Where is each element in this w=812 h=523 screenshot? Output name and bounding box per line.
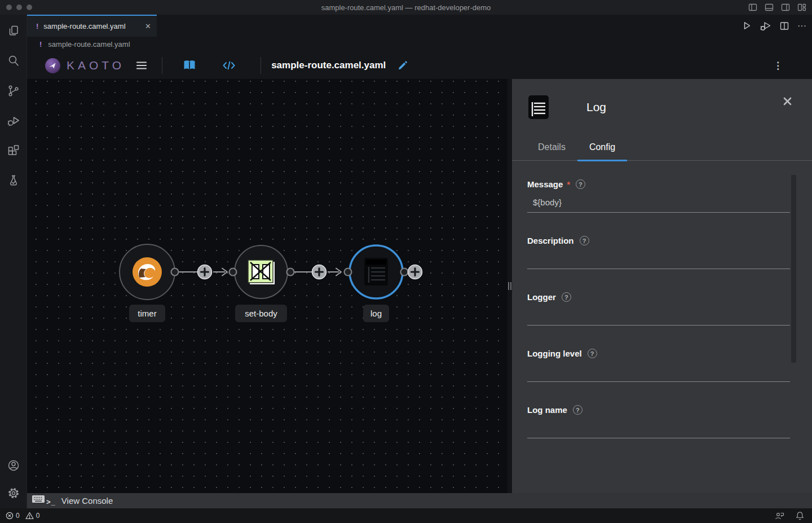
run-file-icon[interactable] xyxy=(742,21,752,30)
titlebar: sample-route.camel.yaml — redhat-develop… xyxy=(0,0,812,15)
kaoto-toolbar: KAOTO sample-route.camel.yaml ⋮ xyxy=(27,52,812,79)
help-icon[interactable]: ? xyxy=(580,236,589,245)
add-step-button[interactable] xyxy=(198,265,212,279)
drag-grip-icon xyxy=(508,282,511,290)
tab-label: sample-route.camel.yaml xyxy=(43,22,125,30)
toolbar-separator xyxy=(261,57,261,74)
panel-title: Log xyxy=(586,100,606,114)
view-console-label: View Console xyxy=(61,496,113,506)
field-label: Log name xyxy=(527,405,567,415)
source-code-icon[interactable] xyxy=(222,60,236,71)
field-logging-level: Logging level ? xyxy=(527,349,790,382)
connector-dot[interactable] xyxy=(345,269,352,276)
accounts-icon[interactable] xyxy=(6,458,21,473)
run-debug-icon[interactable] xyxy=(6,113,21,128)
node-label-set-body: set-body xyxy=(245,309,277,318)
minimize-window-button[interactable] xyxy=(16,5,22,10)
close-window-button[interactable] xyxy=(6,5,12,10)
problems-indicator[interactable]: 0 0 xyxy=(6,512,39,520)
set-body-icon xyxy=(248,260,275,284)
help-icon[interactable]: ? xyxy=(576,179,585,189)
logger-input[interactable] xyxy=(527,306,790,326)
tab-config[interactable]: Config xyxy=(577,139,627,161)
help-icon[interactable]: ? xyxy=(562,292,571,302)
extensions-icon[interactable] xyxy=(6,143,21,158)
split-editor-icon[interactable] xyxy=(780,21,789,30)
menu-hamburger-icon[interactable] xyxy=(136,61,147,70)
customize-layout-icon[interactable] xyxy=(797,3,806,12)
close-panel-icon[interactable] xyxy=(783,97,792,106)
tab-details[interactable]: Details xyxy=(526,139,577,160)
node-log[interactable]: log xyxy=(350,245,403,322)
add-step-button[interactable] xyxy=(312,265,326,279)
node-label-log: log xyxy=(370,309,382,318)
field-log-name: Log name ? xyxy=(527,405,790,438)
catalog-book-icon[interactable] xyxy=(183,60,196,71)
panel-resize-handle[interactable] xyxy=(508,79,512,493)
node-timer[interactable]: timer xyxy=(120,244,175,322)
search-icon[interactable] xyxy=(6,54,21,68)
flow-diagram: timer xyxy=(27,79,508,493)
feedback-icon[interactable] xyxy=(775,512,784,520)
toolbar-separator xyxy=(162,57,162,74)
node-set-body[interactable]: set-body xyxy=(235,245,288,322)
breadcrumb-file[interactable]: sample-route.camel.yaml xyxy=(48,40,130,49)
toggle-primary-sidebar-icon[interactable] xyxy=(748,3,757,12)
toggle-panel-icon[interactable] xyxy=(765,3,774,12)
warning-icon xyxy=(25,512,34,520)
keyboard-icon xyxy=(32,495,45,503)
field-description: Description ? xyxy=(527,236,790,269)
breadcrumb[interactable]: ! sample-route.camel.yaml xyxy=(27,37,812,52)
panel-scrollbar[interactable] xyxy=(791,175,796,363)
view-console-button[interactable]: >_ View Console xyxy=(27,493,812,508)
settings-gear-icon[interactable] xyxy=(6,486,21,500)
description-input[interactable] xyxy=(527,250,790,269)
window-title: sample-route.camel.yaml — redhat-develop… xyxy=(321,3,491,12)
field-label: Logging level xyxy=(527,349,582,358)
zoom-window-button[interactable] xyxy=(27,5,32,10)
connector-dot[interactable] xyxy=(287,269,294,276)
tab-close-icon[interactable]: ✕ xyxy=(145,22,151,30)
connector-dot[interactable] xyxy=(171,269,179,276)
activity-bar xyxy=(0,15,27,508)
status-bar: 0 0 xyxy=(0,508,812,523)
message-input[interactable]: ${body} xyxy=(527,194,790,213)
route-file-name: sample-route.camel.yaml xyxy=(271,60,386,71)
error-icon xyxy=(6,512,14,520)
panel-tabs: Details Config xyxy=(512,139,812,161)
source-control-icon[interactable] xyxy=(6,83,21,98)
tab-strip: ! sample-route.camel.yaml ✕ ··· xyxy=(27,15,812,37)
field-message: Message * ? ${body} xyxy=(527,179,790,213)
field-logger: Logger ? xyxy=(527,292,790,326)
connector-dot[interactable] xyxy=(401,269,408,276)
notifications-bell-icon[interactable] xyxy=(796,511,804,520)
error-count: 0 xyxy=(16,512,20,520)
kebab-menu-icon[interactable]: ⋮ xyxy=(773,52,783,79)
warning-count: 0 xyxy=(36,512,40,520)
tab-sample-route[interactable]: ! sample-route.camel.yaml ✕ xyxy=(27,15,157,37)
connector-dot[interactable] xyxy=(230,269,237,276)
traffic-lights xyxy=(6,5,32,10)
run-or-debug-icon[interactable] xyxy=(760,21,771,31)
log-name-input[interactable] xyxy=(527,419,790,438)
vscode-window: sample-route.camel.yaml — redhat-develop… xyxy=(0,0,812,523)
help-icon[interactable]: ? xyxy=(588,349,597,358)
testing-icon[interactable] xyxy=(6,173,21,188)
add-step-button[interactable] xyxy=(408,265,422,279)
log-step-icon xyxy=(528,95,549,120)
terminal-prompt-icon: >_ xyxy=(46,498,56,506)
kaoto-brand: KAOTO xyxy=(67,59,125,72)
field-label: Logger xyxy=(527,292,556,302)
explorer-icon[interactable] xyxy=(6,24,21,38)
logging-level-input[interactable] xyxy=(527,363,790,382)
kaoto-logo-icon xyxy=(45,58,60,73)
edit-pencil-icon[interactable] xyxy=(397,60,408,71)
toggle-secondary-sidebar-icon[interactable] xyxy=(781,3,790,12)
timer-icon xyxy=(133,257,162,287)
node-label-timer: timer xyxy=(138,309,156,318)
route-canvas[interactable]: timer xyxy=(27,79,508,493)
help-icon[interactable]: ? xyxy=(573,405,582,415)
required-marker: * xyxy=(567,180,570,189)
log-icon xyxy=(364,258,388,285)
more-actions-icon[interactable]: ··· xyxy=(797,21,806,31)
